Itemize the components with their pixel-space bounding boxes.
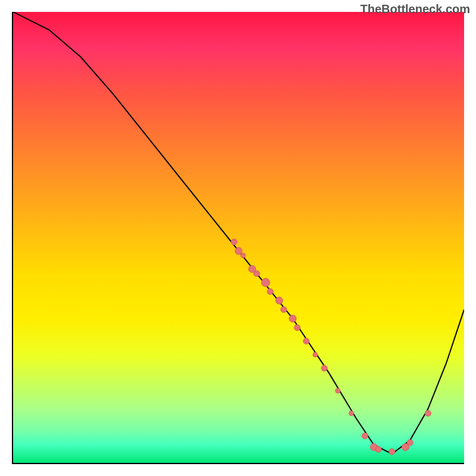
data-point [375, 446, 381, 452]
scatter-points-group [231, 239, 431, 455]
data-point [425, 411, 431, 416]
data-point [231, 239, 237, 245]
data-point [241, 253, 246, 258]
data-point [321, 365, 327, 371]
data-point [275, 297, 283, 304]
chart-svg [13, 12, 464, 463]
data-point [349, 411, 354, 416]
data-point [336, 389, 340, 393]
data-point [295, 325, 300, 331]
data-point [261, 278, 270, 287]
data-point [389, 449, 395, 455]
chart-container [12, 12, 464, 464]
data-point [313, 352, 318, 357]
data-point [281, 306, 287, 312]
data-point [303, 338, 309, 344]
watermark-label: TheBottleneck.com [361, 2, 470, 16]
data-point [289, 315, 296, 322]
bottleneck-curve [13, 12, 464, 454]
data-point [253, 271, 259, 277]
data-point [235, 248, 242, 255]
data-point [407, 440, 413, 446]
data-point [267, 289, 273, 295]
data-point [362, 433, 368, 439]
